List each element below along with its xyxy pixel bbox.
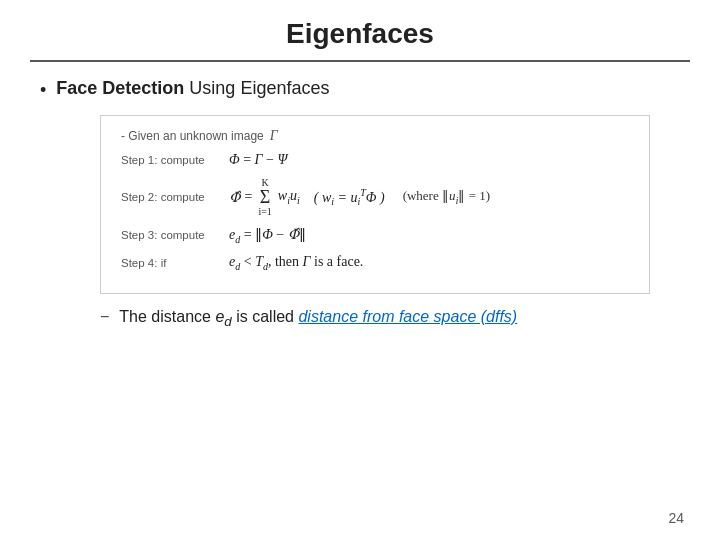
slide-container: Eigenfaces • Face Detection Using Eigenf… [0,0,720,540]
ed-variable: ed [215,308,231,325]
steps-box: - Given an unknown image Γ Step 1: compu… [100,115,650,294]
given-row: - Given an unknown image Γ [121,128,629,144]
slide-body: • Face Detection Using Eigenfaces - Give… [0,78,720,329]
bold-face-detection: Face Detection [56,78,184,98]
step2-label: Step 2: compute [121,191,221,203]
step1-formula: Φ = Γ − Ψ [229,152,287,168]
step2-formula: Φ̂ = K Σ i=1 wiui ( wi = uiTΦ ) [229,177,385,217]
step1-label: Step 1: compute [121,154,221,166]
main-bullet: • Face Detection Using Eigenfaces [40,78,680,101]
step2-row: Step 2: compute Φ̂ = K Σ i=1 wiui ( wi =… [121,177,629,217]
step1-row: Step 1: compute Φ = Γ − Ψ [121,152,629,168]
sub-text-dffs: The distance ed is called distance from … [119,308,517,329]
step4-label: Step 4: if [121,257,221,269]
given-gamma: Γ [270,128,278,144]
slide-title: Eigenfaces [0,0,720,60]
bullet-icon: • [40,80,46,101]
sub-bullet-dffs: − The distance ed is called distance fro… [100,308,640,329]
step4-formula: ed < Td, then Γ is a face. [229,254,363,272]
given-text: - Given an unknown image [121,129,264,143]
step4-row: Step 4: if ed < Td, then Γ is a face. [121,254,629,272]
where-note: (where ‖ui‖ = 1) [403,188,491,206]
title-divider [30,60,690,62]
step3-formula: ed = ‖Φ − Φ̂‖ [229,226,306,245]
dffs-link[interactable]: distance from face space (dffs) [298,308,517,325]
step3-row: Step 3: compute ed = ‖Φ − Φ̂‖ [121,226,629,245]
page-number: 24 [668,510,684,526]
sub-dash: − [100,308,109,326]
step3-label: Step 3: compute [121,229,221,241]
bullet-text: Face Detection Using Eigenfaces [56,78,329,99]
